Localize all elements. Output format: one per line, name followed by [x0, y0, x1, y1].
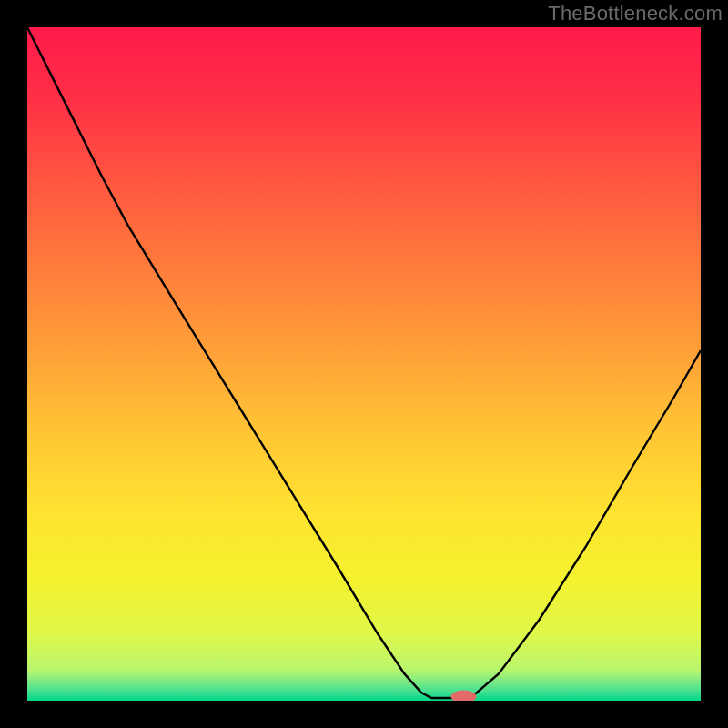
chart-frame: TheBottleneck.com	[0, 0, 728, 728]
gradient-background	[27, 27, 701, 701]
watermark-text: TheBottleneck.com	[548, 2, 723, 25]
plot-area	[27, 27, 701, 701]
plot-svg	[27, 27, 701, 701]
